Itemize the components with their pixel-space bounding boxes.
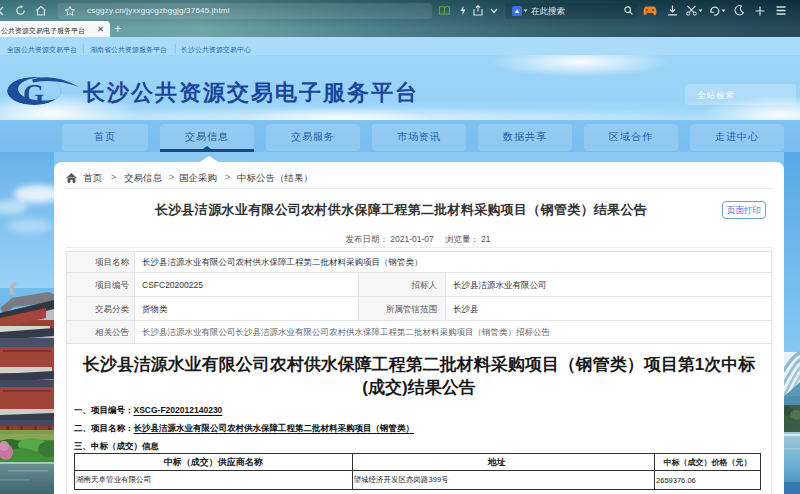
svg-text:G: G (23, 79, 44, 109)
